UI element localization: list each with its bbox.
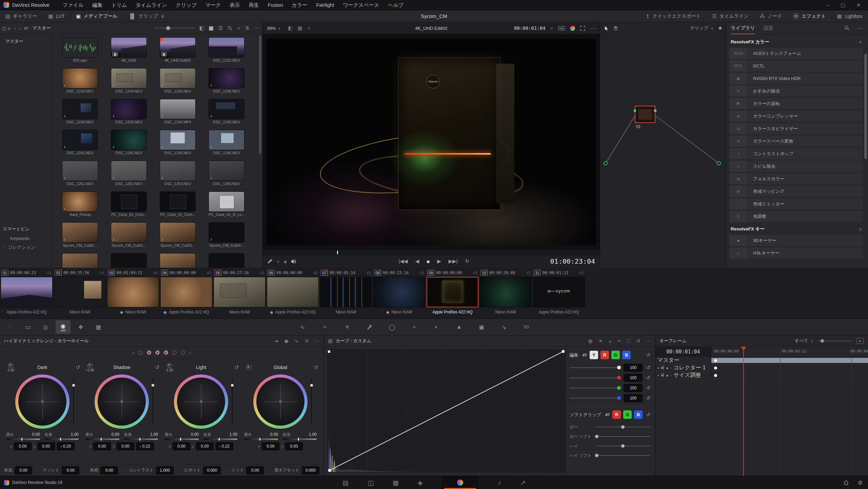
expand-icon[interactable]: ⛶ [627, 338, 630, 344]
project-manager-home-icon[interactable] [843, 480, 849, 485]
link-icon[interactable] [582, 352, 587, 358]
keyframe-track-row[interactable]: マスター [655, 357, 868, 364]
node-input-square[interactable] [634, 109, 636, 112]
timeline-clip[interactable]: 09 00:00:00:00 V2 Apple ProRes 422 HQ [427, 268, 478, 319]
reset-icon[interactable]: ↺ [646, 352, 650, 358]
wheel-dial[interactable]: +1.00 [84, 363, 96, 372]
chevron-right-icon[interactable]: › [670, 374, 671, 377]
keyframe-zoom-slider[interactable] [818, 341, 852, 341]
media-thumbnail[interactable]: ♪ [62, 99, 98, 119]
clip-thumbnail[interactable] [160, 277, 212, 307]
media-item[interactable] [160, 253, 196, 268]
effects-panel-button[interactable]: fx エフェクト [788, 10, 831, 22]
media-item[interactable]: ♪ DSC_1232.NEV [209, 37, 244, 64]
wheel-master-slider[interactable] [311, 379, 312, 424]
wheel-master-slider[interactable] [73, 379, 74, 424]
media-thumbnail[interactable]: ▦ [160, 37, 196, 58]
curve-point-low[interactable] [328, 469, 331, 472]
collapse-icon[interactable]: ∧ [859, 40, 862, 44]
media-item[interactable]: ♪ DSC_1251.NEV [62, 161, 98, 187]
hue-icon[interactable]: ☀ [598, 338, 603, 344]
keyframe-diamond-icon[interactable]: ◆ [666, 374, 668, 377]
media-item[interactable]: PC_Case_01_Com... [160, 191, 196, 218]
timeline-panel-button[interactable]: ☰ タイムライン [707, 10, 754, 22]
media-thumbnail[interactable] [160, 253, 196, 268]
keyframe-marker[interactable] [714, 359, 717, 362]
channel-value-field[interactable]: 100 [624, 394, 643, 402]
prev-page-icon[interactable]: ‹ [133, 350, 134, 355]
menu-item[interactable]: クリップ [171, 0, 201, 10]
exposure-slider[interactable] [244, 439, 278, 440]
bin-view-icon[interactable]: ◫ ∨ [2, 26, 11, 31]
footer-value-field[interactable]: 0.00 [62, 466, 79, 474]
menu-item[interactable]: 表示 [225, 0, 244, 10]
curve-graph[interactable] [327, 349, 566, 472]
qualifier-icon[interactable] [362, 320, 377, 334]
media-item[interactable] [111, 253, 147, 268]
keyframe-track-row[interactable]: ● ◆ › コレクター 1 [655, 364, 868, 372]
collapse-panel-icon[interactable]: ⇤ [856, 338, 864, 344]
app-menu[interactable]: DaVinci Resolve [12, 2, 50, 8]
menu-item[interactable]: トリム [107, 0, 131, 10]
saturation-control[interactable]: 彩度1.00 [283, 432, 317, 440]
wheel-dial[interactable]: -1.00 [163, 363, 175, 372]
maximize-button[interactable]: ▢ [841, 2, 845, 8]
slider-knob[interactable] [595, 454, 598, 457]
options-icon[interactable]: ⋯ [254, 25, 259, 31]
options-icon[interactable]: ⋯ [315, 338, 319, 344]
color-wheel[interactable] [15, 374, 70, 429]
clip-thumbnail[interactable] [54, 277, 106, 307]
options-icon[interactable]: ⋯ [646, 338, 651, 344]
node-output-square[interactable] [654, 109, 656, 112]
curve-ceiling-handle[interactable] [328, 350, 330, 353]
slider-knob[interactable] [617, 366, 621, 369]
reset-icon[interactable]: ↺ [68, 364, 80, 370]
tracker-icon[interactable]: + [407, 320, 422, 334]
close-button[interactable]: ✕ [856, 2, 861, 8]
media-pool-button[interactable]: ▣ メディアプール [71, 10, 123, 22]
effect-item[interactable]: ◑ コントラストポップ [729, 148, 863, 159]
chevron-down-icon[interactable]: ∨ [237, 26, 240, 30]
page-color-icon-active[interactable] [442, 476, 479, 489]
exposure-slider[interactable] [85, 439, 119, 440]
saturation-control[interactable]: 彩度1.00 [124, 432, 158, 440]
source-port[interactable] [604, 162, 607, 165]
media-item[interactable]: ♪ DSC_1236.NEV [209, 68, 244, 95]
reset-icon[interactable]: ↺ [646, 375, 650, 381]
media-item[interactable]: ♪ DSC_1233.NEV [62, 68, 98, 95]
media-item[interactable]: ▦ 4K_UHD Edit02 [160, 37, 196, 64]
slider-track[interactable] [570, 398, 620, 399]
tab-settings[interactable]: 設定 [764, 22, 773, 34]
target-icon[interactable]: ◉ [284, 338, 288, 344]
hue-curves-icon[interactable]: ≈ [317, 320, 332, 334]
slider-track[interactable] [570, 388, 620, 388]
video-frame[interactable]: #Sycom [267, 39, 596, 245]
expand-icon[interactable] [580, 26, 585, 31]
timeline-clip[interactable]: 04 00:00:00:00 V2 ◉ Apple ProRes 422 HQ [160, 268, 212, 319]
effect-item[interactable]: ◇ HSLキーヤー [729, 247, 863, 259]
menu-item[interactable]: 編集 [88, 0, 107, 10]
color-picker-icon[interactable] [268, 259, 273, 264]
metadata-view-icon[interactable]: ◧ [199, 25, 204, 31]
channel-value-field[interactable]: 100 [624, 374, 643, 382]
media-thumbnail[interactable]: ♪ [62, 68, 98, 88]
channel-button[interactable]: B [634, 410, 643, 419]
exposure-control[interactable]: 露出0.00 [6, 432, 40, 440]
clip-panel-button[interactable]: ▐▌ クリップ ∨ [123, 10, 170, 22]
clip-thumbnail[interactable] [427, 277, 478, 307]
page-fairlight-icon[interactable]: ♪ [498, 479, 501, 486]
menu-item[interactable]: Fairlight [312, 0, 338, 10]
slider-track[interactable] [595, 446, 650, 446]
pointer-tool-icon[interactable] [604, 26, 609, 31]
slider-track[interactable] [595, 455, 650, 456]
options-icon[interactable]: ⋯ [590, 25, 596, 32]
clip-thumbnail[interactable] [320, 277, 372, 307]
keyframe-track-row[interactable]: ● ◆ › サイズ調整 [655, 372, 868, 379]
track-lane[interactable] [711, 357, 868, 364]
clip-thumbnail[interactable]: w—sycom [533, 277, 585, 307]
blur-icon[interactable]: ▲ [452, 320, 467, 334]
chevron-down-icon[interactable]: ∨ [277, 260, 279, 263]
media-item[interactable]: ♪ DSC_1240.MP4 [160, 99, 196, 125]
page-cut-icon[interactable]: ◫ [368, 479, 374, 487]
channel-button[interactable]: R [612, 410, 621, 419]
